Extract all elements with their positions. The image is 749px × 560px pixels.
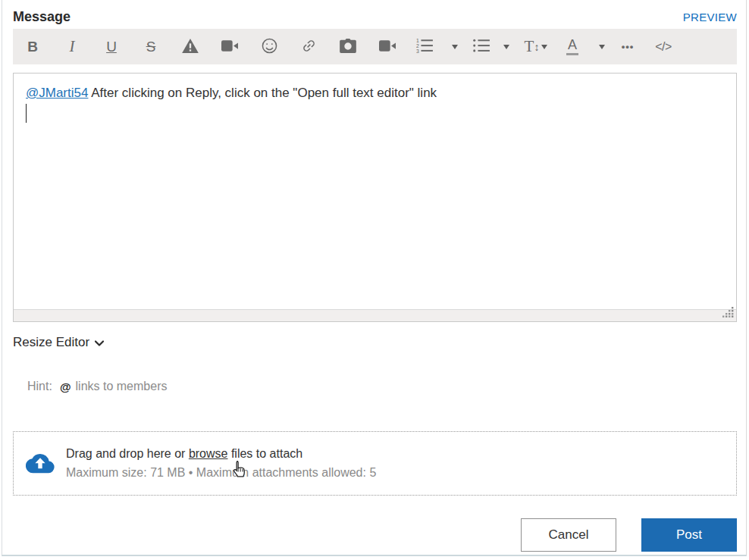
- warning-triangle-icon: [182, 39, 199, 55]
- message-editor-card: Message PREVIEW B I U S: [2, 0, 747, 556]
- editor-box: @JMarti54 After clicking on Reply, click…: [13, 73, 737, 322]
- insert-emoji-button[interactable]: [249, 29, 289, 64]
- page-title: Message: [13, 9, 71, 25]
- chevron-down-icon: [452, 45, 458, 49]
- header: Message PREVIEW: [2, 0, 746, 25]
- svg-text:3: 3: [416, 48, 419, 53]
- text-color-icon: A: [566, 38, 578, 55]
- strikethrough-button[interactable]: S: [131, 29, 171, 64]
- unordered-list-dropdown[interactable]: [495, 29, 518, 64]
- resize-editor-label: Resize Editor: [13, 335, 89, 350]
- message-text-area[interactable]: @JMarti54 After clicking on Reply, click…: [14, 74, 736, 309]
- camera-icon: [340, 39, 356, 55]
- italic-button[interactable]: I: [52, 29, 92, 64]
- preview-link[interactable]: PREVIEW: [683, 11, 737, 23]
- hint-label: Hint:: [27, 380, 52, 393]
- attachment-dropzone[interactable]: Drag and drop here or browse files to at…: [13, 431, 737, 496]
- ordered-list-dropdown[interactable]: [442, 29, 468, 64]
- text-color-button[interactable]: A: [554, 29, 591, 64]
- up-down-arrow-icon: ↕: [534, 41, 539, 53]
- text-size-icon: T: [525, 37, 534, 56]
- text-color-dropdown[interactable]: [591, 29, 613, 64]
- message-line-1: @JMarti54 After clicking on Reply, click…: [26, 83, 724, 104]
- video-camera-icon: [379, 40, 396, 54]
- unordered-list-button[interactable]: [468, 29, 495, 64]
- insert-video-button[interactable]: [210, 29, 249, 64]
- message-line-2: [26, 104, 724, 127]
- chevron-down-icon: [541, 45, 547, 49]
- formatting-toolbar: B I U S: [13, 29, 737, 64]
- chevron-down-icon: [599, 45, 605, 49]
- resize-editor-toggle[interactable]: Resize Editor: [13, 335, 104, 350]
- resize-grip-icon[interactable]: [719, 307, 735, 321]
- upload-video-button[interactable]: [368, 29, 407, 64]
- insert-link-button[interactable]: [289, 29, 328, 64]
- browse-link[interactable]: browse: [189, 447, 228, 460]
- more-options-button[interactable]: •••: [613, 29, 642, 64]
- cloud-upload-icon: [26, 451, 55, 477]
- dropzone-line1: Drag and drop here or browse files to at…: [66, 447, 376, 461]
- hint-row: Hint: @ links to members: [27, 380, 746, 393]
- message-text: After clicking on Reply, click on the "O…: [88, 86, 437, 100]
- text-cursor: [26, 104, 27, 123]
- spoiler-warning-button[interactable]: [171, 29, 210, 64]
- link-icon: [301, 38, 317, 56]
- ordered-list-button[interactable]: 1 2 3: [407, 29, 442, 64]
- dropzone-line1-prefix: Drag and drop here or: [66, 447, 189, 460]
- ordered-list-icon: 1 2 3: [416, 38, 433, 55]
- bold-button[interactable]: B: [13, 29, 52, 64]
- editor-statusbar: [14, 309, 736, 321]
- video-camera-icon: [221, 40, 238, 54]
- text-size-button[interactable]: T ↕: [518, 29, 554, 64]
- dropzone-text: Drag and drop here or browse files to at…: [66, 447, 376, 480]
- smiley-icon: [262, 38, 277, 56]
- cancel-button[interactable]: Cancel: [521, 518, 616, 552]
- unordered-list-icon: [473, 38, 490, 55]
- footer-actions: Cancel Post: [521, 498, 737, 553]
- post-button[interactable]: Post: [641, 518, 737, 552]
- chevron-down-icon: [95, 335, 104, 350]
- underline-button[interactable]: U: [92, 29, 131, 64]
- dropzone-line2: Maximum size: 71 MB • Maximum attachment…: [66, 466, 376, 480]
- dropzone-line1-suffix: files to attach: [227, 447, 302, 460]
- code-view-button[interactable]: </>: [642, 29, 685, 64]
- at-symbol-icon: @: [60, 380, 71, 393]
- insert-photo-button[interactable]: [328, 29, 368, 64]
- hint-text: links to members: [76, 380, 168, 393]
- mention-link[interactable]: @JMarti54: [26, 86, 88, 100]
- chevron-down-icon: [503, 45, 509, 49]
